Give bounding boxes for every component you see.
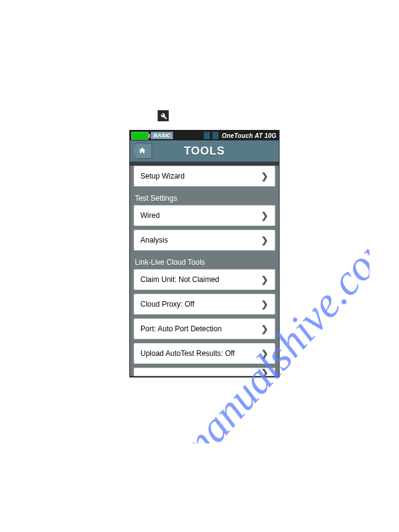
row-label: Cloud Proxy: Off xyxy=(140,300,261,308)
title-bar: TOOLS xyxy=(130,140,279,162)
row-port[interactable]: Port: Auto Port Detection ❯ xyxy=(134,318,275,339)
chevron-right-icon: ❯ xyxy=(261,275,268,284)
chevron-right-icon: ❯ xyxy=(261,235,268,245)
status-icon xyxy=(212,131,219,140)
status-device-title: OneTouch AT 10G xyxy=(222,132,278,139)
row-label: Wired xyxy=(140,211,261,220)
row-wired[interactable]: Wired ❯ xyxy=(134,205,275,226)
chevron-right-icon: ❯ xyxy=(261,324,268,334)
status-mode: BASIC xyxy=(151,132,173,139)
row-claim-unit[interactable]: Claim Unit: Not Claimed ❯ xyxy=(134,269,275,290)
section-header-cloud-tools: Link-Live Cloud Tools xyxy=(130,254,279,269)
row-label: Claim Unit: Not Claimed xyxy=(140,275,261,284)
row-analysis[interactable]: Analysis ❯ xyxy=(134,230,275,251)
page-title: TOOLS xyxy=(130,145,279,158)
row-setup-wizard[interactable]: Setup Wizard ❯ xyxy=(134,166,275,187)
chevron-right-icon: ❯ xyxy=(261,171,268,181)
row-label: Analysis xyxy=(140,236,261,244)
row-cutoff[interactable]: ❯ xyxy=(134,368,275,376)
bottom-bar xyxy=(130,376,279,377)
section-header-test-settings: Test Settings xyxy=(130,190,279,205)
battery-icon xyxy=(131,132,148,140)
status-icon xyxy=(203,131,211,140)
row-label: Port: Auto Port Detection xyxy=(140,324,261,333)
chevron-right-icon: ❯ xyxy=(261,349,268,358)
status-bar: BASIC OneTouch AT 10G xyxy=(130,131,279,140)
row-cloud-proxy[interactable]: Cloud Proxy: Off ❯ xyxy=(134,294,275,315)
device-screenshot: BASIC OneTouch AT 10G TOOLS Setup Wizard… xyxy=(129,130,280,377)
tools-list: Setup Wizard ❯ Test Settings Wired ❯ Ana… xyxy=(130,166,279,376)
chevron-right-icon: ❯ xyxy=(261,211,268,220)
row-upload-autotest[interactable]: Upload AutoTest Results: Off ❯ xyxy=(134,343,275,364)
chevron-right-icon: ❯ xyxy=(261,368,268,376)
row-label: Setup Wizard xyxy=(140,172,261,180)
row-label: Upload AutoTest Results: Off xyxy=(140,349,261,358)
chevron-right-icon: ❯ xyxy=(261,299,268,309)
tools-icon xyxy=(158,110,169,121)
